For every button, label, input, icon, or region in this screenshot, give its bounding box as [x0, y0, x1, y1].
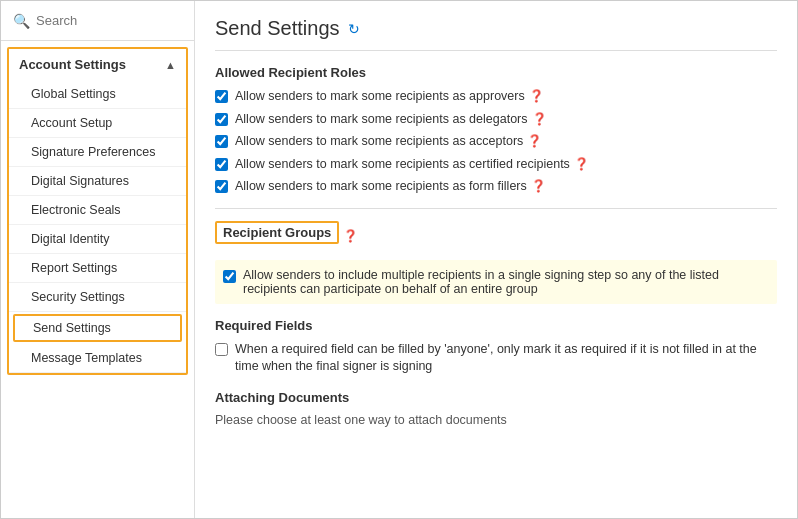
sidebar-item-digital-identity[interactable]: Digital Identity [9, 225, 186, 254]
account-settings-section: Account Settings ▲ Global SettingsAccoun… [7, 47, 188, 375]
required-fields-item: When a required field can be filled by '… [215, 341, 777, 376]
arr-item-delegators: Allow senders to mark some recipients as… [215, 111, 777, 129]
main-content: Send Settings ↻ Allowed Recipient Roles … [195, 1, 797, 518]
arr-checkbox-delegators[interactable] [215, 113, 228, 126]
allowed-recipient-roles-section: Allowed Recipient Roles Allow senders to… [215, 65, 777, 196]
page-header: Send Settings ↻ [215, 17, 777, 51]
sidebar-item-digital-signatures[interactable]: Digital Signatures [9, 167, 186, 196]
required-fields-section: Required Fields When a required field ca… [215, 318, 777, 376]
required-fields-checkbox[interactable] [215, 343, 228, 356]
arr-item-acceptors: Allow senders to mark some recipients as… [215, 133, 777, 151]
arr-label-approvers: Allow senders to mark some recipients as… [235, 88, 525, 106]
allowed-recipient-roles-title: Allowed Recipient Roles [215, 65, 777, 80]
recipient-groups-checkbox[interactable] [223, 270, 236, 283]
arr-help-icon-approvers[interactable]: ❓ [529, 88, 544, 105]
sidebar-item-security-settings[interactable]: Security Settings [9, 283, 186, 312]
allowed-recipient-roles-list: Allow senders to mark some recipients as… [215, 88, 777, 196]
arr-label-certified: Allow senders to mark some recipients as… [235, 156, 570, 174]
account-settings-label: Account Settings [19, 57, 126, 72]
recipient-groups-section: Recipient Groups ❓ Allow senders to incl… [215, 221, 777, 304]
chevron-up-icon: ▲ [165, 59, 176, 71]
arr-help-icon-certified[interactable]: ❓ [574, 156, 589, 173]
sidebar: 🔍 Account Settings ▲ Global SettingsAcco… [1, 1, 195, 518]
attaching-documents-desc: Please choose at least one way to attach… [215, 413, 777, 427]
attaching-documents-title: Attaching Documents [215, 390, 777, 405]
recipient-groups-help-icon[interactable]: ❓ [343, 229, 358, 243]
sidebar-item-global-settings[interactable]: Global Settings [9, 80, 186, 109]
arr-help-icon-acceptors[interactable]: ❓ [527, 133, 542, 150]
search-icon: 🔍 [13, 13, 30, 29]
required-fields-label: When a required field can be filled by '… [235, 341, 777, 376]
arr-help-icon-delegators[interactable]: ❓ [532, 111, 547, 128]
arr-label-delegators: Allow senders to mark some recipients as… [235, 111, 528, 129]
arr-label-form-fillers: Allow senders to mark some recipients as… [235, 178, 527, 196]
sidebar-item-report-settings[interactable]: Report Settings [9, 254, 186, 283]
recipient-groups-title: Recipient Groups [215, 221, 339, 244]
arr-item-form-fillers: Allow senders to mark some recipients as… [215, 178, 777, 196]
sidebar-item-account-setup[interactable]: Account Setup [9, 109, 186, 138]
arr-item-approvers: Allow senders to mark some recipients as… [215, 88, 777, 106]
search-input[interactable] [36, 13, 182, 28]
required-fields-title: Required Fields [215, 318, 777, 333]
arr-checkbox-approvers[interactable] [215, 90, 228, 103]
refresh-icon[interactable]: ↻ [348, 21, 360, 37]
arr-label-acceptors: Allow senders to mark some recipients as… [235, 133, 523, 151]
attaching-documents-section: Attaching Documents Please choose at lea… [215, 390, 777, 427]
sidebar-item-electronic-seals[interactable]: Electronic Seals [9, 196, 186, 225]
page-title: Send Settings [215, 17, 340, 40]
arr-checkbox-form-fillers[interactable] [215, 180, 228, 193]
recipient-groups-label: Allow senders to include multiple recipi… [243, 268, 769, 296]
app-window: 🔍 Account Settings ▲ Global SettingsAcco… [0, 0, 798, 519]
account-settings-header[interactable]: Account Settings ▲ [9, 49, 186, 80]
section-divider-1 [215, 208, 777, 209]
arr-item-certified: Allow senders to mark some recipients as… [215, 156, 777, 174]
search-bar[interactable]: 🔍 [1, 1, 194, 41]
arr-help-icon-form-fillers[interactable]: ❓ [531, 178, 546, 195]
sidebar-item-signature-preferences[interactable]: Signature Preferences [9, 138, 186, 167]
arr-checkbox-certified[interactable] [215, 158, 228, 171]
sidebar-item-message-templates[interactable]: Message Templates [9, 344, 186, 373]
recipient-groups-item: Allow senders to include multiple recipi… [215, 260, 777, 304]
sidebar-nav: Global SettingsAccount SetupSignature Pr… [9, 80, 186, 373]
sidebar-item-send-settings[interactable]: Send Settings [13, 314, 182, 342]
recipient-groups-header: Recipient Groups ❓ [215, 221, 777, 252]
arr-checkbox-acceptors[interactable] [215, 135, 228, 148]
